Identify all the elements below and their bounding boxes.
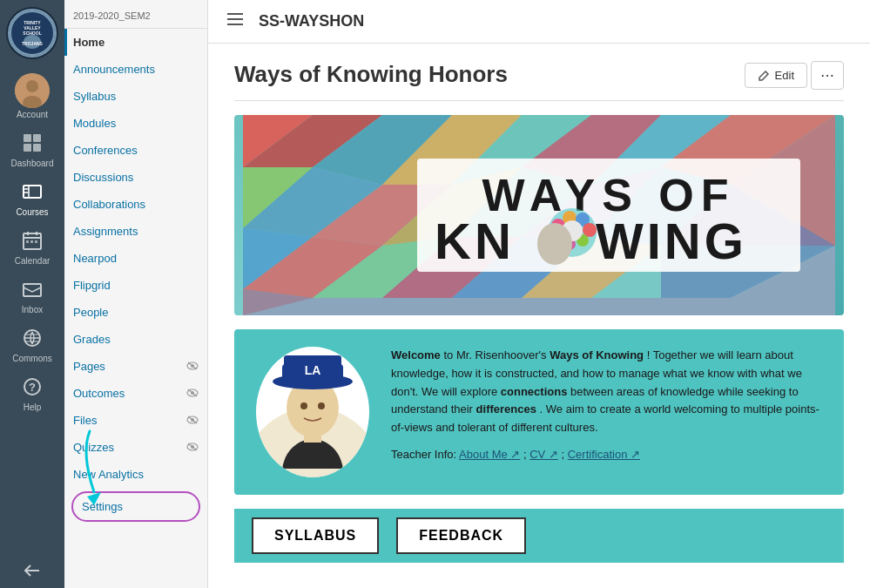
about-me-link[interactable]: About Me ↗ bbox=[459, 448, 520, 461]
page-title: Ways of Knowing Honors bbox=[234, 61, 508, 88]
commons-icon bbox=[23, 328, 42, 352]
page-actions: Edit ⋯ bbox=[745, 61, 844, 90]
calendar-label: Calendar bbox=[15, 256, 51, 266]
course-nav-link-modules[interactable]: Modules bbox=[64, 110, 207, 137]
course-nav-link-new-analytics[interactable]: New Analytics bbox=[64, 461, 207, 488]
course-nav-link-syllabus[interactable]: Syllabus bbox=[64, 83, 207, 110]
course-nav-item-grades: Grades bbox=[64, 326, 207, 353]
inbox-label: Inbox bbox=[22, 305, 43, 314]
content-area: Ways of Knowing Honors Edit ⋯ bbox=[208, 44, 870, 588]
minimize-nav-button[interactable] bbox=[0, 553, 64, 588]
course-nav-item-collaborations: Collaborations bbox=[64, 191, 207, 218]
welcome-text: Welcome to Mr. Risenhoover's Ways of Kno… bbox=[391, 347, 826, 477]
avatar bbox=[15, 73, 50, 108]
course-nav-link-collaborations[interactable]: Collaborations bbox=[64, 191, 207, 218]
syllabus-button[interactable]: SYLLABUS bbox=[252, 517, 379, 554]
svg-rect-10 bbox=[33, 134, 41, 142]
main-area: SS-WAYSHON Ways of Knowing Honors Edit ⋯ bbox=[208, 0, 870, 588]
course-nav-link-conferences[interactable]: Conferences bbox=[64, 137, 207, 164]
course-nav-item-pages: Pages bbox=[64, 353, 207, 380]
nav-item-courses[interactable]: Courses bbox=[0, 175, 64, 224]
visibility-icon-pages bbox=[186, 361, 199, 373]
cv-link[interactable]: CV ↗ bbox=[529, 448, 558, 461]
course-nav-label-home: Home bbox=[73, 36, 105, 49]
course-breadcrumb: 2019-2020_SEM2 bbox=[64, 0, 207, 29]
nav-item-calendar[interactable]: Calendar bbox=[0, 224, 64, 273]
course-nav-link-announcements[interactable]: Announcements bbox=[64, 56, 207, 83]
course-nav: 2019-2020_SEM2 HomeAnnouncementsSyllabus… bbox=[64, 0, 208, 588]
global-nav-bottom bbox=[0, 553, 64, 588]
course-nav-link-discussions[interactable]: Discussions bbox=[64, 164, 207, 191]
course-nav-link-people[interactable]: People bbox=[64, 299, 207, 326]
course-nav-link-files[interactable]: Files bbox=[64, 407, 207, 434]
course-nav-label-settings: Settings bbox=[82, 500, 123, 513]
page-header: Ways of Knowing Honors Edit ⋯ bbox=[234, 61, 844, 101]
commons-label: Commons bbox=[12, 354, 52, 363]
svg-text:TROJANS: TROJANS bbox=[22, 41, 44, 46]
course-nav-label-syllabus: Syllabus bbox=[73, 90, 116, 103]
course-nav-link-pages[interactable]: Pages bbox=[64, 353, 207, 380]
svg-text:LA: LA bbox=[305, 363, 321, 377]
course-nav-link-settings[interactable]: Settings bbox=[73, 493, 199, 520]
course-nav-item-files: Files bbox=[64, 407, 207, 434]
svg-text:?: ? bbox=[29, 381, 36, 394]
edit-icon bbox=[758, 70, 770, 82]
course-nav-item-modules: Modules bbox=[64, 110, 207, 137]
edit-button[interactable]: Edit bbox=[745, 63, 807, 88]
course-nav-link-grades[interactable]: Grades bbox=[64, 326, 207, 353]
header-title: SS-WAYSHON bbox=[259, 12, 364, 30]
course-nav-item-flipgrid: Flipgrid bbox=[64, 272, 207, 299]
course-nav-label-announcements: Announcements bbox=[73, 63, 155, 76]
svg-rect-24 bbox=[24, 284, 41, 296]
svg-point-94 bbox=[300, 402, 307, 409]
nav-item-account[interactable]: Account bbox=[0, 66, 64, 126]
svg-rect-22 bbox=[30, 240, 33, 243]
account-label: Account bbox=[17, 110, 48, 119]
feedback-button[interactable]: FEEDBACK bbox=[396, 517, 526, 554]
course-nav-item-syllabus: Syllabus bbox=[64, 83, 207, 110]
course-nav-label-conferences: Conferences bbox=[73, 144, 138, 157]
course-nav-label-flipgrid: Flipgrid bbox=[73, 279, 111, 292]
course-nav-item-assignments: Assignments bbox=[64, 218, 207, 245]
course-nav-label-new-analytics: New Analytics bbox=[73, 468, 144, 481]
course-nav-list: HomeAnnouncementsSyllabusModulesConferen… bbox=[64, 29, 207, 525]
svg-rect-9 bbox=[24, 134, 31, 142]
svg-text:WING: WING bbox=[596, 213, 747, 269]
svg-point-95 bbox=[318, 402, 325, 409]
course-nav-label-quizzes: Quizzes bbox=[73, 441, 114, 454]
course-nav-label-nearpod: Nearpod bbox=[73, 252, 117, 265]
course-nav-link-nearpod[interactable]: Nearpod bbox=[64, 245, 207, 272]
certification-link[interactable]: Certification ↗ bbox=[568, 448, 640, 461]
nav-item-dashboard[interactable]: Dashboard bbox=[0, 126, 64, 175]
nav-item-inbox[interactable]: Inbox bbox=[0, 273, 64, 321]
more-options-button[interactable]: ⋯ bbox=[811, 61, 844, 90]
course-nav-link-quizzes[interactable]: Quizzes bbox=[64, 434, 207, 461]
course-nav-link-outcomes[interactable]: Outcomes bbox=[64, 380, 207, 407]
course-nav-item-nearpod: Nearpod bbox=[64, 245, 207, 272]
course-nav-item-quizzes: Quizzes bbox=[64, 434, 207, 461]
svg-rect-21 bbox=[26, 240, 29, 243]
svg-rect-12 bbox=[33, 144, 41, 152]
teacher-links: Teacher Info: About Me ↗ ; CV ↗ ; Certif… bbox=[391, 446, 826, 464]
course-nav-label-pages: Pages bbox=[73, 360, 105, 373]
school-logo[interactable]: TRINITY VALLEY SCHOOL TROJANS bbox=[6, 7, 58, 59]
course-nav-label-modules: Modules bbox=[73, 117, 116, 130]
course-nav-label-files: Files bbox=[73, 414, 97, 427]
welcome-section: LA Welcome to Mr. Risenh bbox=[234, 329, 844, 495]
nav-item-help[interactable]: ? Help bbox=[0, 370, 64, 419]
course-nav-label-people: People bbox=[73, 306, 108, 319]
course-nav-link-home[interactable]: Home bbox=[64, 29, 207, 56]
course-nav-link-assignments[interactable]: Assignments bbox=[64, 218, 207, 245]
course-nav-item-outcomes: Outcomes bbox=[64, 380, 207, 407]
course-nav-link-flipgrid[interactable]: Flipgrid bbox=[64, 272, 207, 299]
course-nav-item-new-analytics: New Analytics bbox=[64, 461, 207, 488]
course-nav-label-assignments: Assignments bbox=[73, 225, 138, 238]
course-nav-item-discussions: Discussions bbox=[64, 164, 207, 191]
svg-point-7 bbox=[26, 80, 38, 92]
nav-item-commons[interactable]: Commons bbox=[0, 321, 64, 370]
svg-text:KN: KN bbox=[435, 213, 515, 269]
hamburger-menu[interactable] bbox=[226, 10, 245, 33]
course-nav-label-outcomes: Outcomes bbox=[73, 387, 125, 400]
course-banner: WAYS OF KN WING bbox=[234, 115, 844, 315]
global-nav: TRINITY VALLEY SCHOOL TROJANS Account bbox=[0, 0, 64, 588]
